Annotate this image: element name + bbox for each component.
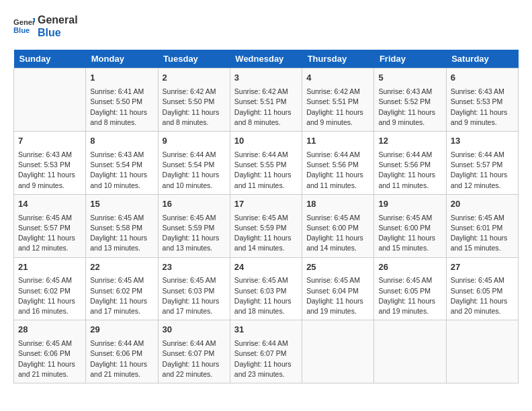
day-number: 30 (163, 324, 226, 336)
logo-general-text: General (38, 13, 78, 26)
daylight: Daylight: 11 hours and 13 minutes. (163, 233, 226, 253)
sunset: Sunset: 6:00 PM (378, 223, 441, 233)
sunset: Sunset: 6:01 PM (451, 223, 514, 233)
sunset: Sunset: 6:07 PM (163, 349, 226, 359)
daylight: Daylight: 11 hours and 13 minutes. (90, 233, 153, 253)
sunrise: Sunrise: 6:45 AM (18, 338, 81, 349)
sunrise: Sunrise: 6:45 AM (18, 275, 81, 285)
calendar-cell: 12 Sunrise: 6:44 AM Sunset: 5:56 PM Dayl… (374, 132, 446, 195)
calendar-cell: 29 Sunrise: 6:44 AM Sunset: 6:06 PM Dayl… (86, 320, 158, 383)
calendar-cell: 4 Sunrise: 6:42 AM Sunset: 5:51 PM Dayli… (302, 68, 374, 132)
sunset: Sunset: 6:07 PM (234, 349, 298, 359)
calendar-cell: 19 Sunrise: 6:45 AM Sunset: 6:00 PM Dayl… (374, 194, 446, 257)
sunrise: Sunrise: 6:45 AM (163, 213, 226, 223)
day-number: 10 (234, 135, 298, 148)
day-number: 14 (18, 198, 81, 211)
calendar-cell: 27 Sunrise: 6:45 AM Sunset: 6:05 PM Dayl… (446, 257, 518, 320)
calendar-cell: 25 Sunrise: 6:45 AM Sunset: 6:04 PM Dayl… (302, 257, 374, 320)
sunrise: Sunrise: 6:45 AM (378, 213, 441, 223)
calendar-cell (446, 320, 518, 383)
daylight: Daylight: 11 hours and 14 minutes. (306, 233, 369, 253)
logo: General Blue General Blue (13, 13, 78, 39)
daylight: Daylight: 11 hours and 9 minutes. (306, 107, 369, 128)
sunrise: Sunrise: 6:45 AM (234, 275, 298, 285)
daylight: Daylight: 11 hours and 10 minutes. (90, 170, 153, 190)
sunrise: Sunrise: 6:43 AM (378, 87, 441, 97)
sunrise: Sunrise: 6:45 AM (306, 213, 369, 223)
day-number: 22 (90, 261, 153, 274)
sunrise: Sunrise: 6:42 AM (306, 87, 369, 97)
day-number: 28 (18, 324, 81, 336)
sunset: Sunset: 5:52 PM (378, 97, 441, 107)
sunset: Sunset: 5:50 PM (163, 97, 226, 107)
column-header-monday: Monday (86, 50, 158, 68)
day-number: 7 (18, 135, 81, 148)
daylight: Daylight: 11 hours and 11 minutes. (234, 170, 298, 190)
sunrise: Sunrise: 6:42 AM (163, 87, 226, 97)
daylight: Daylight: 11 hours and 14 minutes. (234, 233, 298, 253)
day-number: 16 (163, 198, 226, 211)
sunset: Sunset: 5:53 PM (18, 160, 81, 170)
calendar-cell: 7 Sunrise: 6:43 AM Sunset: 5:53 PM Dayli… (14, 132, 86, 195)
column-header-saturday: Saturday (446, 50, 518, 68)
column-header-sunday: Sunday (14, 50, 86, 68)
daylight: Daylight: 11 hours and 17 minutes. (90, 296, 153, 316)
day-number: 18 (306, 198, 369, 211)
logo-blue-text: Blue (38, 26, 78, 39)
day-number: 6 (451, 72, 514, 85)
calendar-cell: 11 Sunrise: 6:44 AM Sunset: 5:56 PM Dayl… (302, 132, 374, 195)
day-number: 19 (378, 198, 441, 211)
sunset: Sunset: 5:59 PM (234, 223, 298, 233)
sunset: Sunset: 5:58 PM (90, 223, 153, 233)
day-number: 23 (163, 261, 226, 274)
daylight: Daylight: 11 hours and 8 minutes. (234, 107, 298, 128)
day-number: 9 (163, 135, 226, 148)
sunset: Sunset: 5:56 PM (378, 160, 441, 170)
sunset: Sunset: 6:03 PM (163, 286, 226, 296)
calendar-cell: 20 Sunrise: 6:45 AM Sunset: 6:01 PM Dayl… (446, 194, 518, 257)
day-number: 31 (234, 324, 298, 336)
sunrise: Sunrise: 6:44 AM (306, 150, 369, 160)
column-header-thursday: Thursday (302, 50, 374, 68)
calendar-cell: 21 Sunrise: 6:45 AM Sunset: 6:02 PM Dayl… (14, 257, 86, 320)
day-number: 11 (306, 135, 369, 148)
sunrise: Sunrise: 6:45 AM (451, 275, 514, 285)
logo-icon: General Blue (13, 15, 35, 37)
calendar-cell: 15 Sunrise: 6:45 AM Sunset: 5:58 PM Dayl… (86, 194, 158, 257)
calendar-cell: 13 Sunrise: 6:44 AM Sunset: 5:57 PM Dayl… (446, 132, 518, 195)
daylight: Daylight: 11 hours and 8 minutes. (90, 107, 153, 128)
daylight: Daylight: 11 hours and 22 minutes. (163, 359, 226, 379)
day-number: 2 (163, 72, 226, 85)
sunrise: Sunrise: 6:45 AM (163, 275, 226, 285)
calendar-cell: 26 Sunrise: 6:45 AM Sunset: 6:05 PM Dayl… (374, 257, 446, 320)
day-number: 13 (451, 135, 514, 148)
sunset: Sunset: 5:53 PM (451, 97, 514, 107)
daylight: Daylight: 11 hours and 21 minutes. (18, 359, 81, 379)
daylight: Daylight: 11 hours and 15 minutes. (451, 233, 514, 253)
calendar-cell: 31 Sunrise: 6:44 AM Sunset: 6:07 PM Dayl… (230, 320, 302, 383)
sunrise: Sunrise: 6:45 AM (234, 213, 298, 223)
page-header: General Blue General Blue (13, 13, 519, 39)
calendar-cell: 16 Sunrise: 6:45 AM Sunset: 5:59 PM Dayl… (158, 194, 230, 257)
sunrise: Sunrise: 6:44 AM (451, 150, 514, 160)
calendar-cell (302, 320, 374, 383)
day-number: 24 (234, 261, 298, 274)
sunrise: Sunrise: 6:44 AM (90, 338, 153, 349)
daylight: Daylight: 11 hours and 16 minutes. (18, 296, 81, 316)
daylight: Daylight: 11 hours and 12 minutes. (18, 233, 81, 253)
calendar-cell: 6 Sunrise: 6:43 AM Sunset: 5:53 PM Dayli… (446, 68, 518, 132)
sunrise: Sunrise: 6:44 AM (163, 338, 226, 349)
day-number: 12 (378, 135, 441, 148)
daylight: Daylight: 11 hours and 9 minutes. (378, 107, 441, 128)
sunrise: Sunrise: 6:43 AM (18, 150, 81, 160)
calendar-cell: 3 Sunrise: 6:42 AM Sunset: 5:51 PM Dayli… (230, 68, 302, 132)
sunset: Sunset: 6:06 PM (18, 349, 81, 359)
sunset: Sunset: 6:04 PM (306, 286, 369, 296)
calendar-cell: 22 Sunrise: 6:45 AM Sunset: 6:02 PM Dayl… (86, 257, 158, 320)
calendar-cell: 30 Sunrise: 6:44 AM Sunset: 6:07 PM Dayl… (158, 320, 230, 383)
calendar-table: SundayMondayTuesdayWednesdayThursdayFrid… (13, 50, 519, 383)
sunrise: Sunrise: 6:45 AM (451, 213, 514, 223)
sunset: Sunset: 6:02 PM (18, 286, 81, 296)
daylight: Daylight: 11 hours and 23 minutes. (234, 359, 298, 379)
sunset: Sunset: 5:51 PM (306, 97, 369, 107)
